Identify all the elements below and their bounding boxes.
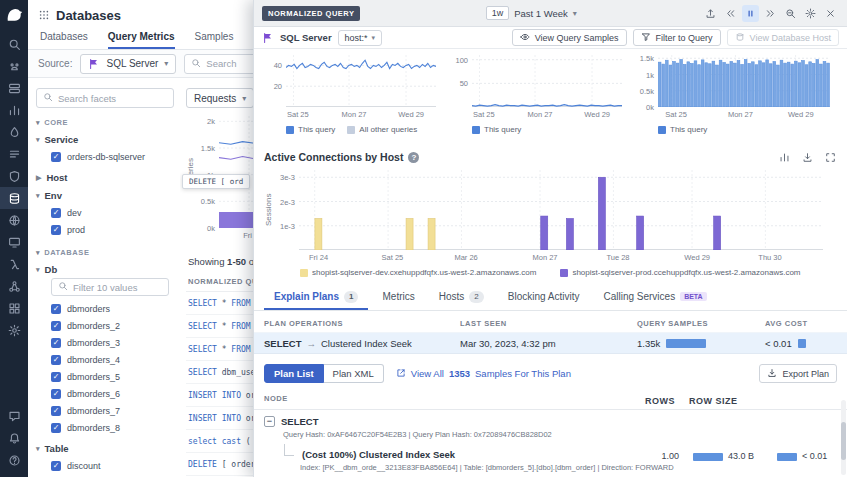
network-icon[interactable] (0, 275, 28, 297)
facet-item-dbmorders-2[interactable]: ✓dbmorders_2 (36, 317, 174, 334)
metric-selector[interactable]: Requests ▾ (186, 88, 254, 108)
notifications-icon[interactable] (0, 427, 28, 449)
security-icon[interactable] (0, 165, 28, 187)
checkbox-checked-icon[interactable]: ✓ (51, 461, 61, 471)
legend-item-shopist-sqlserver-prod[interactable]: shopist-sqlserver-prod.ccehuppdfqfx.us-w… (560, 268, 800, 277)
serverless-icon[interactable] (0, 253, 28, 275)
tab-calling-services[interactable]: Calling ServicesBETA (593, 285, 716, 310)
view-all-samples-link[interactable]: View All 1353 Samples For This Plan (396, 368, 571, 380)
facet-group-core[interactable]: ▾CORE (36, 118, 174, 127)
scrollbar[interactable] (841, 400, 846, 475)
tab-databases[interactable]: Databases (40, 31, 88, 49)
legend-item-this-query[interactable]: This query (472, 125, 521, 134)
time-range-label[interactable]: Past 1 Week (514, 8, 568, 19)
checkbox-checked-icon[interactable]: ✓ (51, 406, 61, 416)
facet-filter-input[interactable] (73, 282, 162, 293)
time-range-control[interactable]: 1w Past 1 Week ▾ (486, 6, 577, 20)
checkbox-checked-icon[interactable]: ✓ (51, 355, 61, 365)
tab-hosts[interactable]: Hosts2 (429, 285, 494, 310)
plan-node-row[interactable]: −SELECTQuery Hash: 0xAF6467C20F54E2B3 | … (254, 410, 847, 443)
facet-item-dbmorders-8[interactable]: ✓dbmorders_8 (36, 419, 174, 436)
plan-list-button[interactable]: Plan List (264, 364, 324, 383)
facet-item-orders-db-sqlserver[interactable]: ✓orders-db-sqlserver (36, 148, 174, 165)
checkbox-checked-icon[interactable]: ✓ (51, 304, 61, 314)
watchdog-icon[interactable] (0, 55, 28, 77)
help-icon[interactable] (0, 449, 28, 471)
tab-explain-plans[interactable]: Explain Plans1 (264, 285, 368, 310)
checkbox-checked-icon[interactable]: ✓ (51, 389, 61, 399)
plan-xml-button[interactable]: Plan XML (324, 364, 384, 383)
facet-section-env[interactable]: ▾Env (36, 190, 174, 201)
checkbox-checked-icon[interactable]: ✓ (51, 152, 61, 162)
filter-to-query-button[interactable]: Filter to Query (633, 29, 721, 46)
plan-node-row[interactable]: (Cost 100%) Clustered Index SeekIndex: [… (254, 443, 847, 476)
legend-item-this-query[interactable]: This query (286, 125, 335, 134)
checkbox-checked-icon[interactable]: ✓ (51, 225, 61, 235)
facet-item-dbmorders[interactable]: ✓dbmorders (36, 300, 174, 317)
skip-forward-icon[interactable] (762, 5, 779, 22)
source-select[interactable]: SQL Server ▾ (80, 54, 176, 74)
facet-search[interactable] (36, 88, 174, 108)
integrations-icon[interactable] (0, 297, 28, 319)
chart-type-icon[interactable] (777, 150, 791, 164)
apm-icon[interactable] (0, 121, 28, 143)
facet-item-discount[interactable]: ✓discount (36, 457, 174, 474)
legend-item-this-query[interactable]: This query (658, 125, 707, 134)
time-range-short[interactable]: 1w (486, 6, 510, 20)
facet-section-db[interactable]: ▾Db (36, 264, 174, 275)
settings-gear-icon[interactable] (802, 5, 819, 22)
settings-icon[interactable] (0, 319, 28, 341)
export-plan-button[interactable]: Export Plan (759, 364, 837, 383)
close-icon[interactable] (822, 5, 839, 22)
facet-item-dbmorders-4[interactable]: ✓dbmorders_4 (36, 351, 174, 368)
zoom-out-icon[interactable] (782, 5, 799, 22)
chevron-down-icon: ▾ (36, 445, 40, 453)
facet-item-dev[interactable]: ✓dev (36, 204, 174, 221)
apps-grid-icon[interactable] (38, 9, 50, 21)
legend-item-all-other-queries[interactable]: All other queries (347, 125, 417, 134)
facet-section-service[interactable]: ▾Service (36, 134, 174, 145)
facet-item-prod[interactable]: ✓prod (36, 221, 174, 238)
plan-operations-row[interactable]: SELECT→Clustered Index Seek Mar 30, 2023… (254, 332, 847, 354)
facet-filter[interactable] (51, 278, 169, 296)
rum-icon[interactable] (0, 231, 28, 253)
checkbox-checked-icon[interactable]: ✓ (51, 338, 61, 348)
legend-item-shopist-sqlserver-dev[interactable]: shopist-sqlserver-dev.cxehuppdfqfx.us-we… (300, 268, 536, 277)
metrics-icon[interactable] (0, 99, 28, 121)
checkbox-checked-icon[interactable]: ✓ (51, 372, 61, 382)
facet-section-table[interactable]: ▾Table (36, 443, 174, 454)
synthetics-icon[interactable] (0, 209, 28, 231)
share-icon[interactable] (702, 5, 719, 22)
facet-item-dbmorders-6[interactable]: ✓dbmorders_6 (36, 385, 174, 402)
tab-blocking-activity[interactable]: Blocking Activity (498, 285, 590, 310)
help-icon[interactable]: ? (408, 152, 419, 163)
search-icon[interactable] (0, 33, 28, 55)
checkbox-checked-icon[interactable]: ✓ (51, 208, 61, 218)
facet-group-database[interactable]: ▾DATABASE (36, 248, 174, 257)
host-filter-select[interactable]: host:* ▾ (338, 30, 383, 46)
logs-icon[interactable] (0, 143, 28, 165)
collapse-node-icon[interactable]: − (264, 416, 275, 427)
facet-search-input[interactable] (58, 93, 167, 104)
export-icon[interactable] (800, 150, 814, 164)
scrollbar-thumb[interactable] (841, 422, 846, 460)
databases-icon[interactable] (0, 187, 28, 209)
fullscreen-icon[interactable] (823, 150, 837, 164)
chat-icon[interactable] (0, 405, 28, 427)
tab-query-metrics[interactable]: Query Metrics (108, 31, 175, 49)
datadog-logo[interactable] (4, 5, 24, 25)
pause-icon[interactable] (742, 5, 759, 22)
checkbox-checked-icon[interactable]: ✓ (51, 321, 61, 331)
infrastructure-icon[interactable] (0, 77, 28, 99)
facet-item-dbmorders-3[interactable]: ✓dbmorders_3 (36, 334, 174, 351)
view-query-samples-button[interactable]: View Query Samples (512, 29, 627, 46)
tab-samples[interactable]: Samples (195, 31, 234, 49)
checkbox-checked-icon[interactable]: ✓ (51, 423, 61, 433)
facet-section-host[interactable]: ▶Host (36, 172, 174, 183)
facet-item-dbmorders-5[interactable]: ✓dbmorders_5 (36, 368, 174, 385)
tab-metrics[interactable]: Metrics (372, 285, 424, 310)
node-title: SELECT (281, 416, 318, 427)
x-tick-label: Mon 27 (728, 110, 753, 119)
facet-item-dbmorders-7[interactable]: ✓dbmorders_7 (36, 402, 174, 419)
skip-back-icon[interactable] (722, 5, 739, 22)
